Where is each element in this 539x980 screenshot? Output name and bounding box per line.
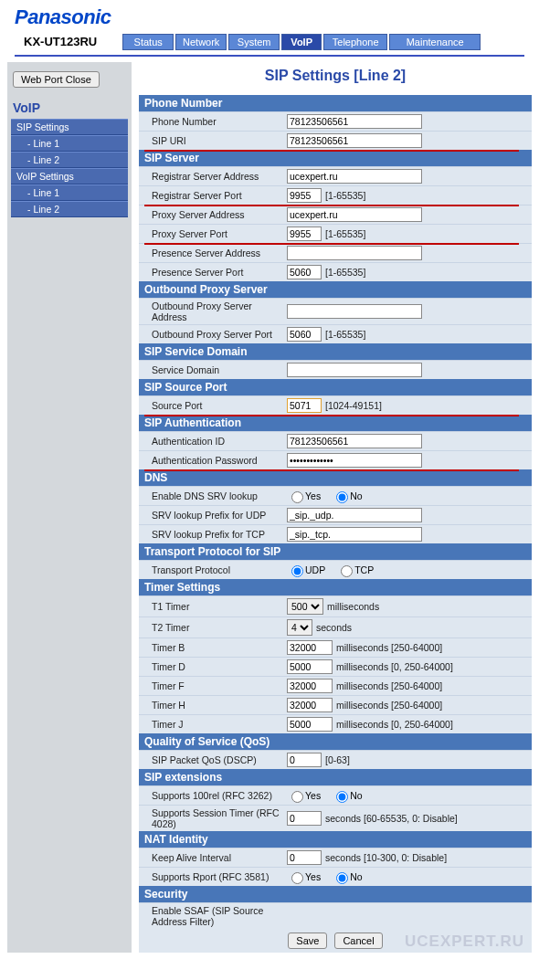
sidebar: Web Port Close VoIP SIP Settings - Line … [7,62,132,953]
top-tabs: Status Network System VoIP Telephone Mai… [122,34,481,50]
sidebar-item-voip-line1[interactable]: - Line 1 [11,184,128,201]
proxy-addr-input[interactable] [287,207,422,222]
tj-label: Timer J [143,719,287,730]
t2-select[interactable]: 4 [287,619,312,636]
outbound-addr-label: Outbound Proxy Server Address [143,300,287,322]
section-timer: Timer Settings [139,579,532,595]
sidebar-title: VoIP [11,99,128,119]
auth-id-label: Authentication ID [143,436,287,447]
tj-hint: milliseconds [0, 250-64000] [336,719,453,730]
srv-udp-input[interactable] [287,508,422,522]
rel100-yes[interactable]: Yes [287,788,321,803]
sidebar-item-sip-line2[interactable]: - Line 2 [11,152,128,168]
keepalive-input[interactable] [287,850,322,865]
tab-voip[interactable]: VoIP [281,34,322,50]
section-domain: SIP Service Domain [139,343,532,360]
td-hint: milliseconds [0, 250-64000] [336,661,453,672]
tab-maintenance[interactable]: Maintenance [389,34,481,50]
service-domain-input[interactable] [287,363,422,377]
rport-no[interactable]: No [332,869,362,884]
outbound-port-input[interactable] [287,327,322,342]
section-extensions: SIP extensions [139,769,532,785]
srv-tcp-input[interactable] [287,527,422,542]
th-hint: milliseconds [250-64000] [336,700,442,711]
sidebar-group-voip[interactable]: VoIP Settings [11,168,128,184]
presence-addr-input[interactable] [287,246,422,260]
tab-network[interactable]: Network [175,34,227,50]
section-outbound: Outbound Proxy Server [139,281,532,298]
web-port-close-button[interactable]: Web Port Close [13,71,100,88]
proxy-port-hint: [1-65535] [325,228,365,239]
tf-label: Timer F [143,680,287,691]
auth-id-input[interactable] [287,434,422,448]
presence-port-input[interactable] [287,265,322,279]
brand-logo: Panasonic [7,4,532,31]
section-phone-number: Phone Number [139,95,532,111]
td-label: Timer D [143,661,287,672]
section-source-port: SIP Source Port [139,379,532,395]
session-timer-label: Supports Session Timer (RFC 4028) [143,807,287,829]
presence-port-hint: [1-65535] [325,267,365,278]
sip-uri-input[interactable] [287,133,422,148]
th-input[interactable] [287,698,333,712]
reg-port-label: Registrar Server Port [143,190,287,201]
rel100-no[interactable]: No [332,788,362,803]
srv-udp-label: SRV lookup Prefix for UDP [143,510,287,521]
rport-yes[interactable]: Yes [287,869,321,884]
tb-input[interactable] [287,640,333,655]
keepalive-label: Keep Alive Interval [143,852,287,863]
outbound-addr-input[interactable] [287,304,422,319]
session-timer-input[interactable] [287,811,322,826]
rel100-label: Supports 100rel (RFC 3262) [143,790,287,801]
t1-label: T1 Timer [143,601,287,612]
sidebar-item-voip-line2[interactable]: - Line 2 [11,201,128,217]
watermark: UCEXPERT.RU [405,933,524,951]
phone-number-label: Phone Number [143,116,287,127]
transport-udp[interactable]: UDP [287,563,325,577]
dns-srv-no[interactable]: No [332,489,362,503]
t2-unit: seconds [316,622,352,633]
model-number: KX-UT123RU [7,33,113,50]
sip-uri-label: SIP URI [143,135,287,146]
auth-pw-input[interactable] [287,453,422,468]
tab-system[interactable]: System [228,34,280,50]
cancel-button[interactable]: Cancel [334,933,382,949]
reg-port-hint: [1-65535] [325,190,365,201]
proxy-port-input[interactable] [287,227,322,241]
t1-unit: milliseconds [327,601,379,612]
reg-addr-input[interactable] [287,169,422,184]
reg-port-input[interactable] [287,188,322,203]
sidebar-group-sip[interactable]: SIP Settings [11,119,128,135]
sidebar-item-sip-line1[interactable]: - Line 1 [11,135,128,152]
proxy-addr-label: Proxy Server Address [143,209,287,220]
proxy-port-label: Proxy Server Port [143,228,287,239]
save-button[interactable]: Save [288,933,327,949]
transport-tcp[interactable]: TCP [336,563,374,577]
dns-srv-yes[interactable]: Yes [287,489,321,503]
tj-input[interactable] [287,717,333,732]
source-port-label: Source Port [143,400,287,411]
section-dns: DNS [139,469,532,486]
qos-label: SIP Packet QoS (DSCP) [143,754,287,765]
tb-label: Timer B [143,642,287,653]
service-domain-label: Service Domain [143,364,287,375]
source-port-hint: [1024-49151] [325,400,382,411]
main-content: SIP Settings [Line 2] Phone Number Phone… [139,62,532,953]
outbound-port-hint: [1-65535] [325,329,365,340]
tab-status[interactable]: Status [122,34,174,50]
phone-number-input[interactable] [287,114,422,129]
tf-input[interactable] [287,679,333,693]
section-security: Security [139,886,532,902]
srv-tcp-label: SRV lookup Prefix for TCP [143,529,287,540]
td-input[interactable] [287,659,333,674]
section-transport: Transport Protocol for SIP [139,543,532,560]
page-title: SIP Settings [Line 2] [139,62,532,95]
t1-select[interactable]: 500 [287,598,323,615]
tb-hint: milliseconds [250-64000] [336,642,442,653]
session-timer-hint: seconds [60-65535, 0: Disable] [325,813,458,824]
outbound-port-label: Outbound Proxy Server Port [143,329,287,340]
tab-telephone[interactable]: Telephone [323,34,387,50]
qos-input[interactable] [287,753,322,767]
section-auth: SIP Authentication [139,415,532,431]
source-port-input[interactable] [287,398,322,413]
